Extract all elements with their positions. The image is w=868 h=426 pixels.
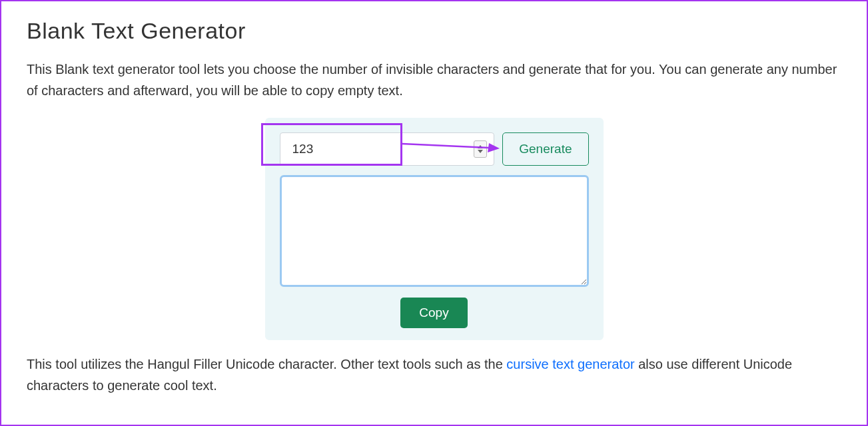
tool-panel: Generate Copy: [265, 118, 604, 340]
number-input[interactable]: [280, 133, 474, 165]
description-text: This Blank text generator tool lets you …: [27, 59, 841, 101]
generate-button[interactable]: Generate: [502, 132, 588, 166]
copy-button[interactable]: Copy: [400, 298, 467, 328]
footer-before-link: This tool utilizes the Hangul Filler Uni…: [27, 357, 506, 371]
chevron-up-icon: [478, 145, 483, 148]
page-title: Blank Text Generator: [27, 18, 841, 44]
output-textarea[interactable]: [280, 175, 589, 287]
cursive-link[interactable]: cursive text generator: [506, 357, 634, 371]
number-spinner[interactable]: [474, 140, 487, 158]
footer-text: This tool utilizes the Hangul Filler Uni…: [27, 353, 841, 396]
number-input-wrapper: [280, 132, 495, 166]
chevron-down-icon: [478, 150, 483, 153]
